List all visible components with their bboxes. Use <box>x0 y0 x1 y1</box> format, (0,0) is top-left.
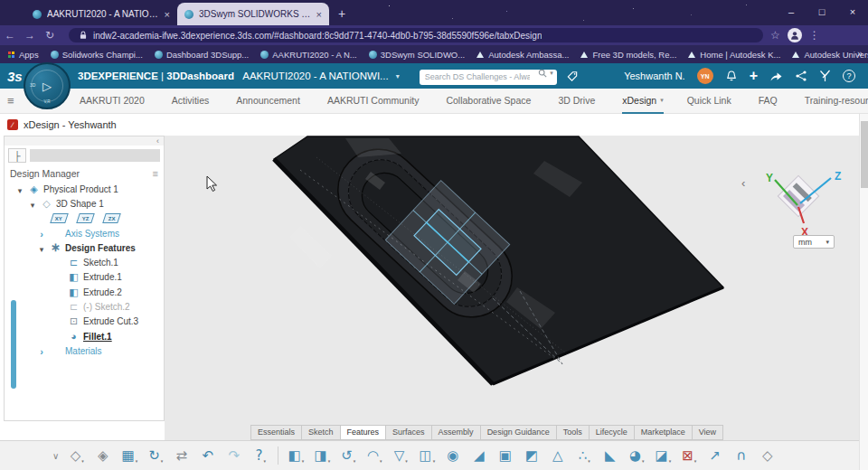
toolbar-button[interactable]: ? ▾ <box>250 445 271 466</box>
toolbar-button[interactable]: ↗ <box>704 445 726 466</box>
toolbar-button[interactable]: ◨ ▾ <box>311 445 333 466</box>
bookmark-item[interactable]: Autodesk Ambassa... <box>476 50 569 60</box>
toolbar-button[interactable]: ◣ <box>599 445 621 466</box>
toolbar-button[interactable]: ↶ <box>197 445 219 466</box>
tree-item[interactable]: (-) Sketch.2 <box>5 299 164 314</box>
toolbar-button[interactable]: ◇ ▾ <box>66 445 88 466</box>
dropdown-caret-icon[interactable]: ▾ <box>588 458 590 464</box>
toolbar-collapse-icon[interactable]: ∨ <box>52 451 59 461</box>
design-manager-menu-icon[interactable]: ≡ <box>153 168 158 179</box>
ribbon-tab[interactable]: Essentials <box>250 425 301 440</box>
dropdown-caret-icon[interactable]: ▾ <box>433 458 436 464</box>
tree-item[interactable]: 3D Shape 1 <box>5 196 164 211</box>
add-content-icon[interactable]: + <box>750 68 758 84</box>
tree-item[interactable]: Materials <box>5 343 164 358</box>
bookmark-item[interactable]: Solidworks Champi... <box>51 50 143 60</box>
expander-icon[interactable] <box>37 225 46 241</box>
toolbar-button[interactable]: ↺ ▾ <box>337 445 359 466</box>
panel-collapse-chevron-icon[interactable]: ‹ <box>741 176 745 190</box>
help-icon[interactable]: ? <box>843 70 855 82</box>
ribbon-tab[interactable]: Sketch <box>301 425 340 440</box>
toolbar-button[interactable]: ◈ <box>92 445 114 466</box>
ribbon-tab[interactable]: Surfaces <box>385 425 431 440</box>
expander-icon[interactable] <box>37 240 46 256</box>
ribbon-tab[interactable]: Features <box>340 425 386 440</box>
dropdown-caret-icon[interactable]: ▾ <box>694 458 697 464</box>
toolbar-button[interactable]: ▦ ▾ <box>118 445 140 466</box>
dropdown-caret-icon[interactable]: ▾ <box>354 458 356 464</box>
ribbon-tab[interactable]: Design Guidance <box>480 425 556 440</box>
browser-tab[interactable]: 3DSwym SOLIDWORKS 3DEXPER × <box>177 3 329 25</box>
bookmark-item[interactable]: Free 3D models, Re... <box>580 50 676 60</box>
bookmark-item[interactable]: AAKRUTI2020 - A N... <box>260 50 356 60</box>
share-arrow-icon[interactable] <box>769 70 783 82</box>
tree-item[interactable]: Axis Systems <box>5 226 164 240</box>
toolbar-button[interactable]: ◢ <box>468 445 490 466</box>
tab-close-icon[interactable]: × <box>316 9 322 20</box>
dashboard-tab[interactable]: Collaborative Space <box>446 89 534 114</box>
tab-close-icon[interactable]: × <box>165 9 170 20</box>
bookmark-item[interactable]: Apps <box>7 50 39 60</box>
dropdown-caret-icon[interactable]: ▾ <box>161 458 164 464</box>
page-scrollbar[interactable] <box>859 114 868 470</box>
tree-item[interactable]: Extrude Cut.3 <box>5 315 164 329</box>
browser-tab[interactable]: AAKRUTI2020 - A NATIONWIDE × <box>25 3 177 25</box>
design-tools-icon[interactable] <box>819 70 831 82</box>
toolbar-button[interactable]: ◪ ▾ <box>652 445 674 466</box>
dropdown-caret-icon[interactable]: ▾ <box>405 458 408 464</box>
address-bar[interactable]: indw2-academia-ifwe.3dexperience.3ds.com… <box>69 28 763 42</box>
toolbar-button[interactable]: ∴ ▾ <box>573 445 595 466</box>
tree-item[interactable]: Extrude.1 <box>5 270 164 285</box>
dashboard-tab[interactable]: AAKRUTI 2020 <box>80 89 148 114</box>
dropdown-caret-icon[interactable]: ▾ <box>380 458 382 464</box>
toolbar-button[interactable]: ↻ ▾ <box>145 445 166 466</box>
expander-icon[interactable] <box>15 181 24 197</box>
dashboard-tab[interactable]: Quick Link <box>687 89 735 114</box>
dropdown-caret-icon[interactable]: ▾ <box>328 458 331 464</box>
share-nodes-icon[interactable] <box>795 70 807 82</box>
feature-timeline-bar[interactable] <box>11 300 16 389</box>
toolbar-button[interactable]: ▣ <box>495 445 516 466</box>
search-input[interactable] <box>420 70 557 85</box>
user-avatar[interactable]: YN <box>697 68 713 84</box>
expander-icon[interactable] <box>37 343 46 359</box>
ribbon-tab[interactable]: View <box>692 425 723 440</box>
dashboard-tab[interactable]: 3D Drive <box>558 89 599 114</box>
bookmark-item[interactable]: Home | Autodesk K... <box>688 50 780 60</box>
profile-avatar-icon[interactable] <box>788 28 802 42</box>
maximize-button[interactable]: □ <box>807 0 837 25</box>
minimize-button[interactable]: – <box>776 0 807 25</box>
toolbar-button[interactable]: △ <box>547 445 569 466</box>
toolbar-button[interactable]: ◩ <box>521 445 542 466</box>
toolbar-button[interactable]: ⊠ ▾ <box>678 445 700 466</box>
tree-item[interactable]: Sketch.1 <box>5 255 164 269</box>
dropdown-caret-icon[interactable]: ▾ <box>264 458 267 464</box>
plane-yz-icon[interactable]: YZ <box>76 213 95 223</box>
toolbar-button[interactable]: ⇄ <box>171 445 193 466</box>
toolbar-button[interactable]: ◕ ▾ <box>626 445 647 466</box>
bookmark-item[interactable]: Dashboard 3DSupp... <box>155 50 249 60</box>
notifications-bell-icon[interactable] <box>725 70 738 82</box>
dropdown-caret-icon[interactable]: ▾ <box>136 458 138 464</box>
dashboard-tab[interactable]: Announcement <box>236 89 304 114</box>
toolbar-button[interactable]: ◉ <box>442 445 464 466</box>
new-tab-button[interactable]: + <box>338 6 345 21</box>
close-button[interactable]: × <box>837 0 868 25</box>
plane-zx-icon[interactable]: ZX <box>102 213 121 223</box>
ribbon-tab[interactable]: Lifecycle <box>589 425 634 440</box>
expander-icon[interactable] <box>28 195 37 212</box>
dashboard-tab[interactable]: xDesign ▾ <box>622 89 663 114</box>
tree-item[interactable]: Fillet.1 <box>5 329 164 343</box>
tag-icon[interactable] <box>566 70 579 82</box>
browser-menu-icon[interactable]: ⋮ <box>809 29 821 42</box>
toolbar-button[interactable]: ∩ <box>731 445 752 466</box>
user-name[interactable]: Yeshwanth N. <box>624 70 684 81</box>
3dcompass-logo-icon[interactable]: ▷ 3D V,R <box>24 62 71 109</box>
tree-item[interactable]: Extrude.2 <box>5 285 164 299</box>
tree-item[interactable]: Design Features <box>5 240 164 255</box>
tree-item[interactable]: Physical Product 1 <box>5 182 164 196</box>
reload-button[interactable]: ↻ <box>40 29 60 42</box>
dashboard-tab[interactable]: AAKRUTI Community <box>327 89 423 114</box>
back-button[interactable]: ← <box>0 29 20 42</box>
dashboard-tab[interactable]: FAQ <box>759 89 781 114</box>
